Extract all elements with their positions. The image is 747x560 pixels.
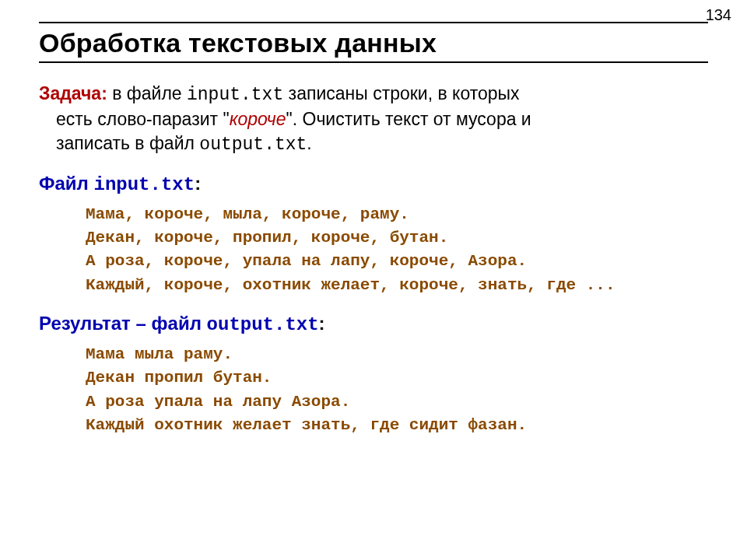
output-heading: Результат – файл output.txt: bbox=[39, 311, 708, 338]
output-heading-colon: : bbox=[319, 313, 325, 334]
rule-bottom bbox=[39, 61, 708, 63]
output-listing: Мама мыла раму. Декан пропил бутан. А ро… bbox=[86, 343, 708, 438]
input-heading: Файл input.txt: bbox=[39, 171, 708, 198]
content: Задача: в файле input.txt записаны строк… bbox=[39, 82, 708, 437]
rule-top bbox=[39, 22, 708, 23]
task-label: Задача: bbox=[39, 83, 107, 103]
task-text-6: . bbox=[307, 133, 311, 153]
input-filename: input.txt bbox=[187, 85, 283, 105]
task-block: Задача: в файле input.txt записаны строк… bbox=[39, 82, 708, 157]
task-line3: записать в файл output.txt. bbox=[39, 131, 708, 157]
slide-title: Обработка текстовых данных bbox=[39, 28, 708, 58]
input-listing: Мама, короче, мыла, короче, раму. Декан,… bbox=[86, 203, 708, 298]
input-heading-file: input.txt bbox=[94, 174, 195, 195]
task-text-2: записаны строки, в которых bbox=[283, 83, 519, 103]
output-filename: output.txt bbox=[199, 135, 307, 155]
output-file-block: Результат – файл output.txt: Мама мыла р… bbox=[39, 311, 708, 437]
output-heading-prefix: Результат – файл bbox=[39, 313, 207, 334]
task-text-5: записать в файл bbox=[56, 133, 199, 153]
parasite-word: короче bbox=[230, 109, 286, 129]
task-text-4: ". Очистить текст от мусора и bbox=[286, 109, 531, 129]
task-text-3: есть слово-паразит " bbox=[56, 109, 230, 129]
title-block: Обработка текстовых данных bbox=[39, 22, 708, 68]
page-number: 134 bbox=[706, 6, 731, 24]
input-heading-prefix: Файл bbox=[39, 173, 94, 194]
input-file-block: Файл input.txt: Мама, короче, мыла, коро… bbox=[39, 171, 708, 297]
output-heading-file: output.txt bbox=[207, 314, 319, 335]
input-heading-colon: : bbox=[195, 173, 201, 194]
slide-body: Обработка текстовых данных Задача: в фай… bbox=[0, 0, 747, 437]
task-line2: есть слово-паразит "короче". Очистить те… bbox=[39, 107, 708, 131]
task-text-1: в файле bbox=[107, 83, 187, 103]
